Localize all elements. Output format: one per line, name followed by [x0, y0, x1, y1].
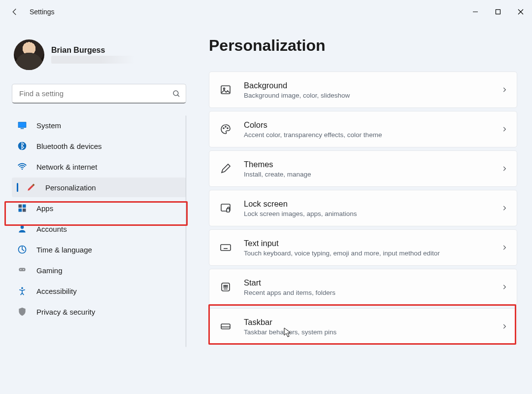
scrollbar[interactable]	[186, 115, 186, 347]
sidebar-item-bluetooth[interactable]: Bluetooth & devices	[12, 136, 186, 156]
card-colors[interactable]: Colors Accent color, transparency effect…	[209, 111, 517, 147]
svg-rect-11	[19, 209, 22, 212]
svg-line-3	[177, 95, 179, 97]
svg-rect-15	[19, 268, 25, 271]
card-subtitle: Accent color, transparency effects, colo…	[244, 131, 501, 139]
search-input[interactable]	[18, 89, 172, 98]
clock-globe-icon	[17, 244, 28, 255]
card-text-input[interactable]: Text input Touch keyboard, voice typing,…	[209, 229, 517, 266]
sidebar-item-label: Time & language	[36, 246, 92, 254]
back-button[interactable]	[10, 7, 20, 17]
chevron-right-icon	[501, 323, 508, 330]
sidebar-item-privacy[interactable]: Privacy & security	[12, 302, 186, 322]
svg-point-37	[225, 287, 226, 287]
maximize-button[interactable]	[487, 4, 509, 20]
svg-point-38	[227, 287, 228, 287]
minimize-button[interactable]	[464, 4, 487, 20]
sidebar-item-personalization[interactable]: Personalization	[12, 178, 186, 197]
svg-point-36	[224, 287, 225, 287]
sidebar-item-gaming[interactable]: Gaming	[12, 260, 186, 280]
card-title: Start	[244, 278, 501, 288]
sidebar-item-label: Apps	[36, 204, 53, 213]
card-title: Colors	[244, 120, 501, 130]
sidebar-item-label: Bluetooth & devices	[36, 142, 102, 150]
svg-rect-9	[19, 205, 22, 208]
main-panel: Personalization Background Background im…	[192, 24, 532, 394]
user-block[interactable]: Brian Burgess	[14, 39, 186, 70]
card-taskbar[interactable]: Taskbar Taskbar behaviors, system pins	[209, 308, 517, 345]
bluetooth-icon	[17, 141, 28, 151]
card-subtitle: Recent apps and items, folders	[244, 289, 501, 296]
search-box[interactable]	[12, 84, 186, 104]
sidebar-item-accounts[interactable]: Accounts	[12, 219, 186, 239]
chevron-right-icon	[501, 165, 508, 172]
apps-icon	[17, 203, 28, 214]
lock-screen-icon	[219, 202, 232, 215]
accessibility-icon	[17, 286, 28, 296]
gamepad-icon	[17, 265, 28, 276]
sidebar-item-label: Privacy & security	[36, 308, 95, 316]
card-subtitle: Lock screen images, apps, animations	[244, 210, 501, 217]
sidebar-item-network[interactable]: Network & internet	[12, 157, 186, 177]
sidebar-item-label: Personalization	[45, 183, 96, 192]
chevron-right-icon	[501, 205, 508, 212]
close-button[interactable]	[509, 4, 532, 20]
svg-point-8	[22, 169, 23, 170]
card-title: Text input	[244, 238, 501, 249]
nav-list: System Bluetooth & devices Network & int…	[12, 115, 186, 322]
sidebar-item-system[interactable]: System	[12, 115, 186, 135]
sidebar: Brian Burgess System Bluetooth & devices	[0, 24, 192, 394]
keyboard-icon	[219, 241, 232, 254]
card-themes[interactable]: Themes Install, create, manage	[209, 150, 517, 187]
user-name: Brian Burgess	[51, 46, 135, 55]
svg-point-23	[227, 128, 228, 129]
taskbar-icon	[219, 320, 232, 333]
svg-point-13	[21, 225, 24, 229]
sidebar-item-label: Accounts	[36, 225, 67, 233]
card-title: Background	[244, 80, 501, 91]
svg-rect-10	[23, 205, 26, 208]
app-title: Settings	[30, 8, 55, 16]
settings-card-list: Background Background image, color, slid…	[209, 72, 517, 345]
svg-point-21	[223, 128, 224, 129]
svg-point-35	[227, 285, 228, 286]
chevron-right-icon	[501, 244, 508, 251]
page-title: Personalization	[209, 36, 517, 55]
sidebar-item-accessibility[interactable]: Accessibility	[12, 281, 186, 301]
start-icon	[219, 281, 232, 293]
card-title: Lock screen	[244, 199, 501, 209]
sidebar-item-label: Gaming	[36, 266, 63, 275]
card-lock-screen[interactable]: Lock screen Lock screen images, apps, an…	[209, 190, 517, 226]
card-start[interactable]: Start Recent apps and items, folders	[209, 269, 517, 305]
svg-point-18	[21, 287, 23, 289]
svg-point-20	[223, 88, 225, 89]
svg-rect-6	[21, 128, 24, 129]
paintbrush-icon	[26, 182, 36, 193]
avatar	[14, 39, 44, 70]
card-subtitle: Background image, color, slideshow	[244, 92, 501, 99]
svg-point-16	[20, 269, 21, 270]
svg-point-17	[23, 269, 24, 270]
svg-rect-1	[496, 10, 500, 14]
svg-point-22	[225, 126, 226, 127]
person-icon	[17, 223, 28, 234]
svg-point-34	[225, 285, 226, 286]
sidebar-item-time-language[interactable]: Time & language	[12, 240, 186, 259]
svg-rect-25	[227, 209, 230, 212]
image-icon	[219, 83, 232, 96]
chevron-right-icon	[501, 86, 508, 93]
svg-rect-26	[221, 245, 231, 251]
sidebar-item-label: System	[36, 121, 61, 130]
svg-rect-19	[221, 86, 230, 94]
titlebar: Settings	[0, 0, 532, 24]
card-background[interactable]: Background Background image, color, slid…	[209, 72, 517, 108]
card-subtitle: Taskbar behaviors, system pins	[244, 328, 501, 336]
palette-icon	[219, 123, 232, 136]
svg-rect-40	[221, 324, 230, 329]
search-icon	[172, 89, 181, 98]
card-subtitle: Install, create, manage	[244, 171, 501, 178]
svg-rect-5	[19, 122, 26, 127]
card-subtitle: Touch keyboard, voice typing, emoji and …	[244, 250, 501, 257]
sidebar-item-apps[interactable]: Apps	[12, 198, 186, 218]
user-email-redacted	[51, 56, 135, 64]
